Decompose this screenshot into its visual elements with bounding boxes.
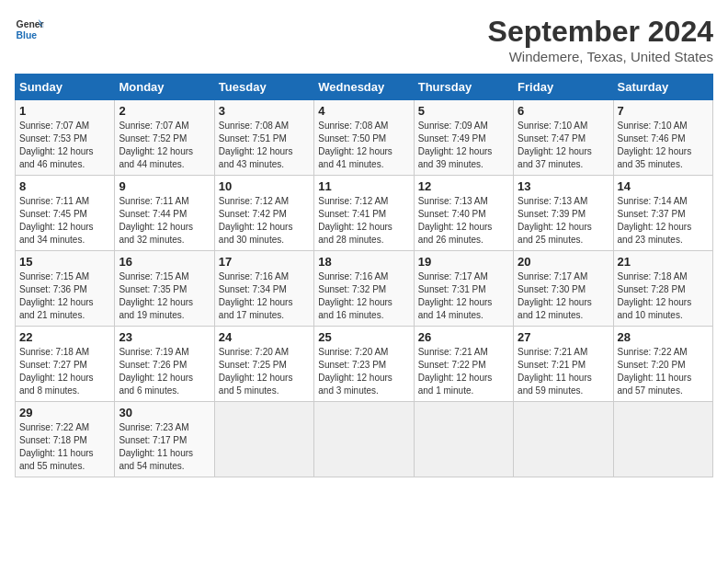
day-detail: Sunrise: 7:07 AMSunset: 7:52 PMDaylight:… [119, 121, 193, 169]
table-row: 6 Sunrise: 7:10 AMSunset: 7:47 PMDayligh… [514, 100, 613, 176]
table-row: 2 Sunrise: 7:07 AMSunset: 7:52 PMDayligh… [115, 100, 214, 176]
day-detail: Sunrise: 7:22 AMSunset: 7:20 PMDaylight:… [618, 347, 692, 396]
weekday-header-row: Sunday Monday Tuesday Wednesday Thursday… [16, 75, 713, 100]
table-row: 14 Sunrise: 7:14 AMSunset: 7:37 PMDaylig… [613, 176, 712, 251]
header-saturday: Saturday [613, 75, 712, 100]
title-block: September 2024 Windemere, Texas, United … [488, 15, 713, 64]
table-row: 22 Sunrise: 7:18 AMSunset: 7:27 PMDaylig… [16, 327, 115, 402]
day-detail: Sunrise: 7:21 AMSunset: 7:21 PMDaylight:… [518, 347, 592, 396]
day-detail: Sunrise: 7:15 AMSunset: 7:35 PMDaylight:… [119, 271, 193, 320]
page-title: September 2024 [488, 15, 713, 49]
page-header: General Blue September 2024 Windemere, T… [15, 15, 713, 64]
table-row: 16 Sunrise: 7:15 AMSunset: 7:35 PMDaylig… [115, 251, 214, 327]
table-row: 18 Sunrise: 7:16 AMSunset: 7:32 PMDaylig… [314, 251, 414, 327]
table-row: 3 Sunrise: 7:08 AMSunset: 7:51 PMDayligh… [214, 100, 313, 176]
table-row: 5 Sunrise: 7:09 AMSunset: 7:49 PMDayligh… [414, 100, 513, 176]
table-row: 4 Sunrise: 7:08 AMSunset: 7:50 PMDayligh… [314, 100, 414, 176]
header-sunday: Sunday [16, 75, 115, 100]
day-detail: Sunrise: 7:16 AMSunset: 7:32 PMDaylight:… [318, 271, 392, 320]
day-detail: Sunrise: 7:07 AMSunset: 7:53 PMDaylight:… [19, 121, 94, 169]
table-row: 23 Sunrise: 7:19 AMSunset: 7:26 PMDaylig… [115, 327, 214, 402]
day-number: 13 [518, 179, 609, 193]
day-detail: Sunrise: 7:20 AMSunset: 7:23 PMDaylight:… [318, 347, 392, 396]
day-number: 8 [19, 179, 110, 193]
table-row: 13 Sunrise: 7:13 AMSunset: 7:39 PMDaylig… [514, 176, 613, 251]
table-row: 15 Sunrise: 7:15 AMSunset: 7:36 PMDaylig… [16, 251, 115, 327]
day-number: 10 [219, 179, 310, 193]
calendar-week-row: 29 Sunrise: 7:22 AMSunset: 7:18 PMDaylig… [16, 402, 713, 477]
table-row: 9 Sunrise: 7:11 AMSunset: 7:44 PMDayligh… [115, 176, 214, 251]
table-row: 10 Sunrise: 7:12 AMSunset: 7:42 PMDaylig… [214, 176, 313, 251]
table-row: 11 Sunrise: 7:12 AMSunset: 7:41 PMDaylig… [314, 176, 414, 251]
day-detail: Sunrise: 7:09 AMSunset: 7:49 PMDaylight:… [418, 121, 493, 169]
day-number: 26 [418, 330, 509, 344]
table-row: 24 Sunrise: 7:20 AMSunset: 7:25 PMDaylig… [214, 327, 313, 402]
logo-icon: General Blue [15, 15, 44, 44]
day-number: 19 [418, 255, 509, 269]
day-detail: Sunrise: 7:13 AMSunset: 7:40 PMDaylight:… [418, 196, 493, 245]
table-row [514, 402, 613, 477]
day-number: 4 [318, 104, 409, 118]
day-number: 18 [318, 255, 409, 269]
day-number: 2 [119, 104, 210, 118]
table-row: 12 Sunrise: 7:13 AMSunset: 7:40 PMDaylig… [414, 176, 513, 251]
table-row: 17 Sunrise: 7:16 AMSunset: 7:34 PMDaylig… [214, 251, 313, 327]
day-detail: Sunrise: 7:14 AMSunset: 7:37 PMDaylight:… [618, 196, 692, 245]
calendar-week-row: 22 Sunrise: 7:18 AMSunset: 7:27 PMDaylig… [16, 327, 713, 402]
logo: General Blue [15, 15, 44, 44]
day-number: 11 [318, 179, 409, 193]
table-row [613, 402, 712, 477]
day-number: 25 [318, 330, 409, 344]
day-detail: Sunrise: 7:08 AMSunset: 7:51 PMDaylight:… [219, 121, 293, 169]
day-number: 14 [618, 179, 709, 193]
day-detail: Sunrise: 7:11 AMSunset: 7:45 PMDaylight:… [19, 196, 94, 245]
table-row [314, 402, 414, 477]
day-number: 17 [219, 255, 310, 269]
day-detail: Sunrise: 7:15 AMSunset: 7:36 PMDaylight:… [19, 271, 94, 320]
header-monday: Monday [115, 75, 214, 100]
calendar-week-row: 1 Sunrise: 7:07 AMSunset: 7:53 PMDayligh… [16, 100, 713, 176]
day-number: 22 [19, 330, 110, 344]
day-number: 15 [19, 255, 110, 269]
day-number: 20 [518, 255, 609, 269]
calendar-table: Sunday Monday Tuesday Wednesday Thursday… [15, 74, 713, 477]
day-number: 6 [518, 104, 609, 118]
day-number: 30 [119, 406, 210, 419]
day-number: 27 [518, 330, 609, 344]
day-detail: Sunrise: 7:12 AMSunset: 7:41 PMDaylight:… [318, 196, 392, 245]
table-row: 8 Sunrise: 7:11 AMSunset: 7:45 PMDayligh… [16, 176, 115, 251]
table-row: 20 Sunrise: 7:17 AMSunset: 7:30 PMDaylig… [514, 251, 613, 327]
day-number: 21 [618, 255, 709, 269]
table-row: 7 Sunrise: 7:10 AMSunset: 7:46 PMDayligh… [613, 100, 712, 176]
day-number: 12 [418, 179, 509, 193]
day-number: 9 [119, 179, 210, 193]
day-number: 28 [618, 330, 709, 344]
table-row: 21 Sunrise: 7:18 AMSunset: 7:28 PMDaylig… [613, 251, 712, 327]
day-detail: Sunrise: 7:10 AMSunset: 7:47 PMDaylight:… [518, 121, 592, 169]
day-detail: Sunrise: 7:20 AMSunset: 7:25 PMDaylight:… [219, 347, 293, 396]
svg-text:Blue: Blue [17, 30, 38, 40]
day-detail: Sunrise: 7:18 AMSunset: 7:27 PMDaylight:… [19, 347, 94, 396]
day-detail: Sunrise: 7:08 AMSunset: 7:50 PMDaylight:… [318, 121, 392, 169]
day-detail: Sunrise: 7:17 AMSunset: 7:30 PMDaylight:… [518, 271, 592, 320]
day-detail: Sunrise: 7:16 AMSunset: 7:34 PMDaylight:… [219, 271, 293, 320]
table-row [214, 402, 313, 477]
day-number: 16 [119, 255, 210, 269]
header-tuesday: Tuesday [214, 75, 313, 100]
table-row: 28 Sunrise: 7:22 AMSunset: 7:20 PMDaylig… [613, 327, 712, 402]
day-number: 1 [19, 104, 110, 118]
day-number: 7 [618, 104, 709, 118]
table-row: 19 Sunrise: 7:17 AMSunset: 7:31 PMDaylig… [414, 251, 513, 327]
calendar-week-row: 15 Sunrise: 7:15 AMSunset: 7:36 PMDaylig… [16, 251, 713, 327]
day-detail: Sunrise: 7:19 AMSunset: 7:26 PMDaylight:… [119, 347, 193, 396]
calendar-week-row: 8 Sunrise: 7:11 AMSunset: 7:45 PMDayligh… [16, 176, 713, 251]
day-number: 23 [119, 330, 210, 344]
day-number: 29 [19, 406, 110, 419]
table-row: 26 Sunrise: 7:21 AMSunset: 7:22 PMDaylig… [414, 327, 513, 402]
table-row [414, 402, 513, 477]
header-wednesday: Wednesday [314, 75, 414, 100]
table-row: 30 Sunrise: 7:23 AMSunset: 7:17 PMDaylig… [115, 402, 214, 477]
header-friday: Friday [514, 75, 613, 100]
day-number: 24 [219, 330, 310, 344]
day-detail: Sunrise: 7:13 AMSunset: 7:39 PMDaylight:… [518, 196, 592, 245]
